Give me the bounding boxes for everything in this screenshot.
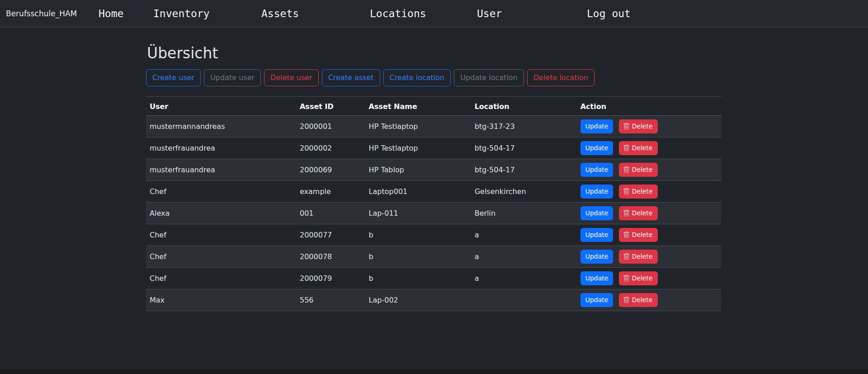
delete-location-button[interactable]: Delete location bbox=[527, 69, 594, 86]
row-delete-button[interactable]: Delete bbox=[619, 228, 658, 242]
update-location-button[interactable]: Update location bbox=[454, 69, 524, 86]
row-delete-button[interactable]: Delete bbox=[619, 206, 658, 220]
nav-item-assets[interactable]: Assets bbox=[261, 8, 299, 19]
table-row: musterfrauandrea 2000002 HP Testlaptop b… bbox=[146, 137, 721, 159]
nav-item-home[interactable]: Home bbox=[99, 8, 123, 19]
cell-action: Update Delete bbox=[577, 137, 721, 159]
trash-icon bbox=[623, 232, 630, 238]
create-location-button[interactable]: Create location bbox=[383, 69, 451, 86]
cell-asset-name: HP Testlaptop bbox=[365, 116, 471, 137]
trash-icon bbox=[623, 297, 630, 303]
assets-table-body: mustermannandreas 2000001 HP Testlaptop … bbox=[146, 116, 721, 311]
cell-location: btg-317-23 bbox=[471, 116, 577, 137]
table-row: Chef 2000079 b a Update Delete bbox=[146, 268, 721, 289]
cell-location: Gelsenkirchen bbox=[471, 181, 577, 203]
column-header-asset-name: Asset Name bbox=[365, 97, 471, 116]
cell-action: Update Delete bbox=[577, 159, 721, 181]
row-delete-button[interactable]: Delete bbox=[619, 185, 658, 199]
row-update-button[interactable]: Update bbox=[580, 119, 613, 133]
row-delete-label: Delete bbox=[632, 274, 653, 283]
delete-user-button[interactable]: Delete user bbox=[264, 69, 319, 86]
trash-icon bbox=[623, 253, 630, 260]
update-user-button[interactable]: Update user bbox=[204, 69, 261, 86]
row-update-button[interactable]: Update bbox=[580, 228, 613, 242]
assets-table: User Asset ID Asset Name Location Action… bbox=[146, 96, 721, 311]
row-delete-label: Delete bbox=[632, 252, 653, 261]
cell-asset-name: b bbox=[365, 246, 471, 268]
cell-user: musterfrauandrea bbox=[146, 137, 296, 159]
row-update-button[interactable]: Update bbox=[580, 206, 613, 220]
table-row: Chef 2000077 b a Update Delete bbox=[146, 224, 721, 246]
page-title: Übersicht bbox=[147, 44, 721, 62]
cell-asset-id: 2000078 bbox=[296, 246, 365, 268]
cell-asset-id: 2000077 bbox=[296, 224, 365, 246]
cell-location: btg-504-17 bbox=[471, 137, 577, 159]
row-update-button[interactable]: Update bbox=[580, 185, 613, 199]
row-delete-button[interactable]: Delete bbox=[619, 163, 658, 177]
row-update-button[interactable]: Update bbox=[580, 293, 613, 307]
row-delete-label: Delete bbox=[632, 122, 653, 131]
cell-asset-name: Laptop001 bbox=[365, 181, 471, 203]
row-delete-label: Delete bbox=[632, 144, 653, 153]
row-update-button[interactable]: Update bbox=[580, 141, 613, 155]
cell-user: Chef bbox=[146, 268, 296, 289]
nav-item-logout[interactable]: Log out bbox=[587, 8, 631, 19]
cell-action: Update Delete bbox=[577, 289, 721, 311]
cell-location: a bbox=[471, 268, 577, 289]
row-delete-label: Delete bbox=[632, 296, 653, 305]
row-delete-button[interactable]: Delete bbox=[619, 250, 658, 264]
nav-item-inventory[interactable]: Inventory bbox=[153, 8, 210, 19]
row-update-button[interactable]: Update bbox=[580, 163, 613, 177]
cell-location: Berlin bbox=[471, 203, 577, 224]
cell-action: Update Delete bbox=[577, 116, 721, 137]
navbar-brand[interactable]: Berufsschule_HAM bbox=[6, 9, 77, 18]
row-delete-button[interactable]: Delete bbox=[619, 293, 658, 307]
cell-asset-id: example bbox=[296, 181, 365, 203]
cell-asset-id: 2000002 bbox=[296, 137, 365, 159]
nav-item-locations[interactable]: Locations bbox=[370, 8, 426, 19]
cell-asset-id: 2000079 bbox=[296, 268, 365, 289]
table-row: Chef 2000078 b a Update Delete bbox=[146, 246, 721, 268]
cell-user: Chef bbox=[146, 181, 296, 203]
main-content: Übersicht Create user Update user Delete… bbox=[146, 44, 721, 311]
create-user-button[interactable]: Create user bbox=[146, 69, 201, 86]
cell-asset-id: 2000069 bbox=[296, 159, 365, 181]
row-delete-button[interactable]: Delete bbox=[619, 119, 658, 133]
cell-location: a bbox=[471, 246, 577, 268]
toolbar: Create user Update user Delete user Crea… bbox=[146, 69, 721, 86]
cell-asset-name: HP Tablop bbox=[365, 159, 471, 181]
cell-action: Update Delete bbox=[577, 181, 721, 203]
header-row: User Asset ID Asset Name Location Action bbox=[146, 97, 721, 116]
trash-icon bbox=[623, 166, 630, 173]
cell-user: mustermannandreas bbox=[146, 116, 296, 137]
cell-action: Update Delete bbox=[577, 246, 721, 268]
table-row: musterfrauandrea 2000069 HP Tablop btg-5… bbox=[146, 159, 721, 181]
cell-location bbox=[471, 289, 577, 311]
assets-table-head: User Asset ID Asset Name Location Action bbox=[146, 97, 721, 116]
cell-user: Chef bbox=[146, 224, 296, 246]
nav-item-user[interactable]: User bbox=[477, 8, 502, 19]
navbar: Berufsschule_HAM Home Inventory Assets L… bbox=[0, 0, 868, 27]
row-delete-label: Delete bbox=[632, 231, 653, 240]
footer-bar bbox=[0, 369, 868, 374]
row-update-button[interactable]: Update bbox=[580, 271, 613, 285]
column-header-user: User bbox=[146, 97, 296, 116]
row-delete-label: Delete bbox=[632, 209, 653, 218]
cell-user: musterfrauandrea bbox=[146, 159, 296, 181]
cell-user: Alexa bbox=[146, 203, 296, 224]
row-delete-button[interactable]: Delete bbox=[619, 271, 658, 285]
create-asset-button[interactable]: Create asset bbox=[322, 69, 380, 86]
table-row: Chef example Laptop001 Gelsenkirchen Upd… bbox=[146, 181, 721, 203]
cell-location: a bbox=[471, 224, 577, 246]
cell-asset-id: 001 bbox=[296, 203, 365, 224]
row-update-button[interactable]: Update bbox=[580, 250, 613, 264]
row-delete-button[interactable]: Delete bbox=[619, 141, 658, 155]
cell-asset-name: HP Testlaptop bbox=[365, 137, 471, 159]
table-row: Max 556 Lap-002 Update Delete bbox=[146, 289, 721, 311]
cell-asset-id: 556 bbox=[296, 289, 365, 311]
row-delete-label: Delete bbox=[632, 187, 653, 196]
trash-icon bbox=[623, 275, 630, 282]
cell-action: Update Delete bbox=[577, 224, 721, 246]
table-row: Alexa 001 Lap-011 Berlin Update Delete bbox=[146, 203, 721, 224]
cell-asset-name: b bbox=[365, 268, 471, 289]
